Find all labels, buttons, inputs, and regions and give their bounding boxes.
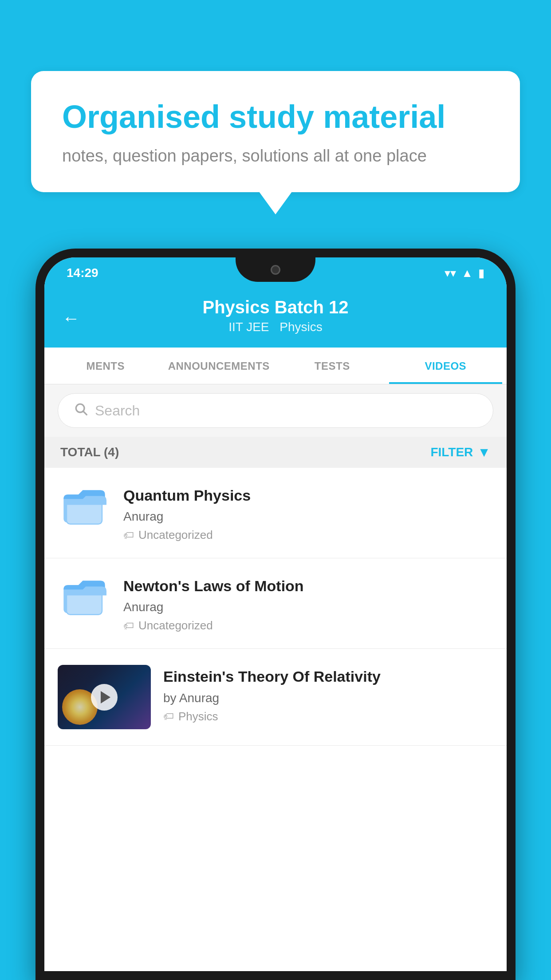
video-tag-2: 🏷 Uncategorized bbox=[123, 619, 493, 632]
video-author-2: Anurag bbox=[123, 600, 493, 614]
video-thumbnail-3 bbox=[58, 665, 151, 729]
phone-screen: 14:29 ▾▾ ▲ ▮ ← Physics Batch 12 IIT JEE … bbox=[44, 257, 507, 971]
phone-frame: 14:29 ▾▾ ▲ ▮ ← Physics Batch 12 IIT JEE … bbox=[35, 249, 516, 980]
search-bar[interactable]: Search bbox=[58, 393, 493, 428]
speech-bubble: Organised study material notes, question… bbox=[31, 71, 520, 192]
video-tag-1: 🏷 Uncategorized bbox=[123, 528, 493, 542]
total-count: TOTAL (4) bbox=[60, 445, 119, 459]
batch-title: Physics Batch 12 bbox=[62, 297, 489, 317]
wifi-icon: ▾▾ bbox=[445, 266, 456, 280]
search-container: Search bbox=[44, 384, 507, 437]
search-placeholder: Search bbox=[95, 403, 140, 419]
list-item[interactable]: Quantum Physics Anurag 🏷 Uncategorized bbox=[44, 468, 507, 558]
tab-announcements[interactable]: ANNOUNCEMENTS bbox=[162, 348, 276, 384]
filter-icon: ▼ bbox=[477, 445, 491, 460]
video-info-3: Einstein's Theory Of Relativity by Anura… bbox=[163, 665, 493, 723]
video-info-2: Newton's Laws of Motion Anurag 🏷 Uncateg… bbox=[123, 574, 493, 632]
tag-icon-1: 🏷 bbox=[123, 529, 134, 541]
play-button-3[interactable] bbox=[91, 684, 118, 711]
notch bbox=[236, 257, 315, 282]
folder-thumbnail-2 bbox=[58, 574, 111, 619]
status-icons: ▾▾ ▲ ▮ bbox=[445, 266, 484, 280]
video-tag-3: 🏷 Physics bbox=[163, 710, 493, 723]
batch-tags: IIT JEE Physics bbox=[62, 320, 489, 334]
list-item[interactable]: Einstein's Theory Of Relativity by Anura… bbox=[44, 649, 507, 746]
folder-thumbnail-1 bbox=[58, 484, 111, 528]
batch-tag-iitjee: IIT JEE bbox=[228, 320, 269, 334]
speech-bubble-container: Organised study material notes, question… bbox=[31, 71, 520, 192]
search-icon bbox=[74, 402, 88, 419]
video-title-2: Newton's Laws of Motion bbox=[123, 576, 493, 596]
tab-videos[interactable]: VIDEOS bbox=[389, 348, 503, 384]
list-item[interactable]: Newton's Laws of Motion Anurag 🏷 Uncateg… bbox=[44, 558, 507, 649]
status-bar: 14:29 ▾▾ ▲ ▮ bbox=[44, 257, 507, 288]
filter-button[interactable]: FILTER ▼ bbox=[430, 445, 491, 460]
tag-icon-3: 🏷 bbox=[163, 710, 174, 723]
tab-tests[interactable]: TESTS bbox=[276, 348, 389, 384]
top-bar: ← Physics Batch 12 IIT JEE Physics bbox=[44, 288, 507, 348]
tab-bar: MENTS ANNOUNCEMENTS TESTS VIDEOS bbox=[44, 348, 507, 384]
play-triangle bbox=[101, 691, 110, 703]
battery-icon: ▮ bbox=[478, 266, 484, 280]
signal-icon: ▲ bbox=[461, 266, 473, 280]
filter-bar: TOTAL (4) FILTER ▼ bbox=[44, 437, 507, 468]
batch-tag-physics: Physics bbox=[279, 320, 322, 334]
bubble-title: Organised study material bbox=[62, 98, 489, 136]
video-title-1: Quantum Physics bbox=[123, 486, 493, 505]
status-time: 14:29 bbox=[67, 266, 98, 280]
tab-ments[interactable]: MENTS bbox=[49, 348, 162, 384]
video-info-1: Quantum Physics Anurag 🏷 Uncategorized bbox=[123, 484, 493, 542]
video-title-3: Einstein's Theory Of Relativity bbox=[163, 667, 493, 686]
video-list: Quantum Physics Anurag 🏷 Uncategorized bbox=[44, 468, 507, 746]
video-author-3: by Anurag bbox=[163, 691, 493, 705]
svg-line-1 bbox=[83, 411, 87, 415]
camera-dot bbox=[271, 265, 280, 275]
video-author-1: Anurag bbox=[123, 510, 493, 524]
tag-icon-2: 🏷 bbox=[123, 620, 134, 632]
back-button[interactable]: ← bbox=[62, 308, 80, 328]
bubble-subtitle: notes, question papers, solutions all at… bbox=[62, 146, 489, 166]
